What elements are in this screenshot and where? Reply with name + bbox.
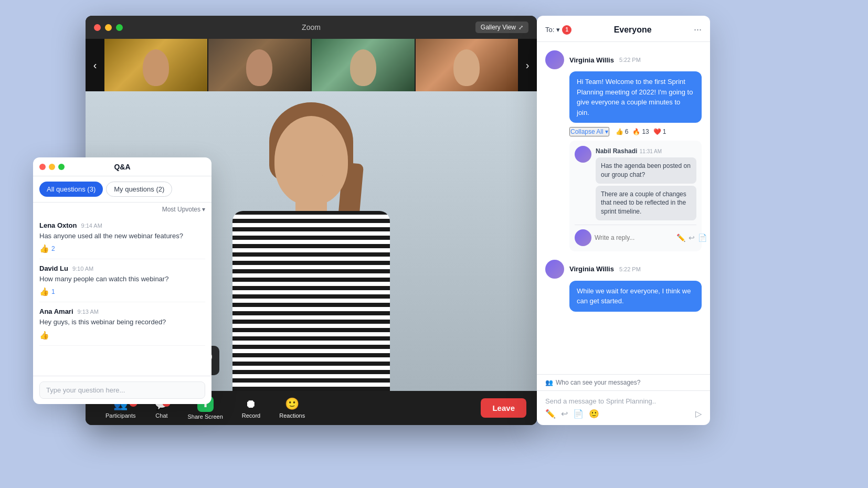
presenter-shirt: [232, 211, 390, 391]
qa-sort-button[interactable]: Most Upvotes ▾: [162, 206, 205, 213]
qa-question-3: Ana Amari 9:13 AM Hey guys, is this webi…: [39, 302, 205, 345]
qa-like-button-2[interactable]: 👍: [39, 287, 49, 296]
thread-reply-area: Nabil Rashadi 11:31 AM Has the agenda be…: [569, 141, 702, 251]
avatar-nabil-rashadi: [575, 146, 591, 163]
to-badge: 1: [562, 25, 571, 35]
chat-input-area: ✏️ ↩ 📄 🙂 ▷: [537, 390, 710, 425]
share-screen-label: Share Screen: [187, 413, 223, 420]
chat-time-2: 5:22 PM: [619, 266, 641, 272]
thumbnails-list: [104, 39, 518, 91]
chat-message-1: Virginia Willis 5:22 PM Hi Team! Welcome…: [545, 50, 702, 251]
qa-questions-list: Lena Oxton 9:14 AM Has anyone used all t…: [33, 216, 211, 376]
thread-msg-content-1: Nabil Rashadi 11:31 AM Has the agenda be…: [596, 146, 696, 220]
chat-send-icon[interactable]: ▷: [695, 409, 702, 419]
qa-minimize-button[interactable]: [49, 164, 55, 170]
thread-sender-1: Nabil Rashadi: [596, 147, 637, 155]
heart-count: 1: [663, 128, 666, 135]
chat-emoji-icon[interactable]: 🙂: [589, 409, 599, 419]
thumbnails-prev-button[interactable]: ‹: [86, 39, 104, 91]
presenter-figure: [211, 91, 411, 391]
close-button[interactable]: [94, 24, 101, 31]
people-icon: 👥: [545, 379, 553, 386]
reactions-button[interactable]: 🙂 Reactions: [270, 397, 314, 419]
qa-question-header-2: David Lu 9:10 AM: [39, 264, 205, 272]
reactions-label: Reactions: [279, 412, 305, 419]
qa-question-text-3: Hey guys, is this webinar being recorded…: [39, 317, 205, 327]
chat-title: Everyone: [576, 25, 690, 35]
gallery-view-label: Gallery View: [481, 24, 516, 31]
qa-time-3: 9:13 AM: [78, 309, 99, 315]
attach-icon[interactable]: 📄: [698, 234, 707, 242]
thumbsup-count: 6: [625, 128, 629, 135]
tab-all-questions[interactable]: All questions (3): [39, 182, 103, 197]
collapse-all-row: Collapse All ▾ 👍 6 🔥 13 ❤️ 1: [569, 127, 702, 136]
qa-question-1: Lena Oxton 9:14 AM Has anyone used all t…: [39, 216, 205, 259]
chat-who-row: 👥 Who can see your messages?: [537, 374, 710, 390]
gallery-view-button[interactable]: Gallery View ⤢: [475, 22, 528, 33]
chevron-down-icon-3: ▾: [202, 206, 205, 213]
qa-like-row-3: 👍: [39, 331, 205, 340]
chat-header: To: ▾ 1 Everyone ···: [537, 16, 710, 42]
who-can-see-text: Who can see your messages?: [556, 379, 640, 386]
participant-thumb-1[interactable]: [104, 39, 207, 91]
qa-input[interactable]: [39, 381, 205, 399]
thread-time-1: 11:31 AM: [640, 148, 662, 154]
qa-maximize-button[interactable]: [58, 164, 65, 170]
chat-input[interactable]: [545, 397, 702, 405]
chat-sender-2: Virginia Willis: [569, 265, 614, 273]
expand-icon: ⤢: [518, 24, 523, 31]
reactions-icon: 🙂: [285, 397, 299, 411]
chat-attach-icon[interactable]: 📄: [573, 409, 584, 419]
heart-emoji: ❤️: [653, 128, 661, 135]
record-icon: ⏺: [245, 397, 257, 411]
qa-like-count-1: 2: [51, 245, 55, 252]
qa-like-row-1: 👍 2: [39, 244, 205, 253]
qa-question-header-3: Ana Amari 9:13 AM: [39, 307, 205, 315]
qa-window-controls: [39, 164, 65, 170]
record-button[interactable]: ⏺ Record: [232, 397, 270, 419]
chat-footer-tools: ✏️ ↩ 📄 🙂 ▷: [545, 409, 702, 419]
chat-bubble-1: Hi Team! Welcome to the first Sprint Pla…: [569, 71, 702, 123]
qa-time-2: 9:10 AM: [72, 266, 93, 272]
qa-like-button-1[interactable]: 👍: [39, 244, 49, 253]
qa-author-3: Ana Amari: [39, 307, 73, 315]
chat-at-icon[interactable]: ↩: [561, 409, 568, 419]
zoom-titlebar: Zoom Gallery View ⤢: [86, 16, 537, 39]
chat-more-icon[interactable]: ···: [694, 24, 702, 35]
chat-bubble-2: While we wait for everyone, I think we c…: [569, 281, 702, 312]
reply-input[interactable]: [595, 234, 673, 241]
record-label: Record: [242, 412, 260, 419]
collapse-all-button[interactable]: Collapse All ▾: [569, 127, 609, 136]
at-icon[interactable]: ↩: [689, 234, 695, 242]
reaction-thumbsup: 👍 6: [616, 128, 629, 135]
qa-close-button[interactable]: [39, 164, 46, 170]
qa-question-text-1: Has anyone used all the new webinar feat…: [39, 231, 205, 241]
participant-thumb-2[interactable]: [208, 39, 311, 91]
qa-question-2: David Lu 9:10 AM How many people can wat…: [39, 259, 205, 302]
avatar-virginia-willis: [545, 50, 564, 69]
participants-label: Participants: [105, 412, 135, 419]
reply-input-row: ✏️ ↩ 📄 🙂 ▷: [575, 225, 696, 246]
tab-my-questions[interactable]: My questions (2): [106, 182, 172, 197]
collapse-all-label: Collapse All: [570, 128, 604, 135]
format-icon[interactable]: ✏️: [676, 234, 685, 242]
maximize-button[interactable]: [116, 24, 123, 31]
chat-label: Chat: [155, 412, 167, 419]
fire-emoji: 🔥: [632, 128, 640, 135]
leave-button[interactable]: Leave: [481, 398, 526, 418]
thumbnails-next-button[interactable]: ›: [518, 39, 537, 91]
minimize-button[interactable]: [105, 24, 112, 31]
participant-thumb-4[interactable]: [416, 39, 518, 91]
qa-sort-row: Most Upvotes ▾: [33, 203, 211, 216]
chat-sender-1: Virginia Willis: [569, 56, 614, 64]
qa-title: Q&A: [114, 163, 130, 171]
qa-like-button-3[interactable]: 👍: [39, 331, 49, 340]
chevron-down-icon-2: ▾: [605, 128, 608, 135]
zoom-title: Zoom: [302, 23, 321, 31]
participant-thumb-3[interactable]: [312, 39, 415, 91]
thread-bubble-2: There are a couple of changes that need …: [596, 186, 696, 220]
qa-time-1: 9:14 AM: [81, 222, 102, 229]
reaction-heart: ❤️ 1: [653, 128, 666, 135]
chat-format-icon[interactable]: ✏️: [545, 409, 556, 419]
qa-like-count-2: 1: [51, 288, 55, 295]
